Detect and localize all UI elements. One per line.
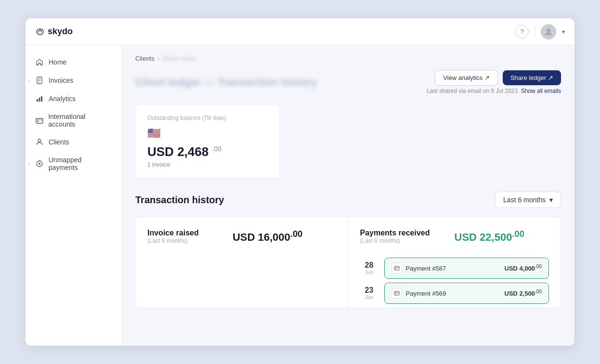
- page-title-row: Client ledger — Transaction history View…: [135, 70, 561, 94]
- section-title: Transaction history: [135, 195, 224, 206]
- filter-dropdown[interactable]: Last 6 months ▾: [495, 192, 561, 208]
- payment-day-1: 28: [360, 261, 378, 269]
- share-ledger-label: Share ledger ↗: [510, 74, 553, 81]
- payment-card-icon-2: [394, 290, 400, 296]
- view-analytics-button[interactable]: View analytics ↗: [435, 70, 498, 86]
- action-buttons: View analytics ↗ Share ledger ↗: [435, 70, 561, 86]
- svg-rect-8: [36, 118, 43, 123]
- balance-amount: USD 2,468 .00: [147, 144, 268, 159]
- svg-rect-14: [394, 266, 399, 270]
- home-icon: [35, 58, 44, 66]
- svg-rect-19: [395, 294, 396, 294]
- sidebar-item-international[interactable]: International accounts: [26, 108, 121, 133]
- payment-card-2[interactable]: Payment #569 USD 2,500.00: [384, 283, 549, 304]
- main-content: Clients › Client name Client ledger — Tr…: [122, 45, 574, 346]
- unmapped-label: Unmapped payments: [49, 156, 112, 171]
- help-button[interactable]: ?: [515, 25, 529, 39]
- sidebar-item-invoices[interactable]: › Invoices: [26, 71, 121, 90]
- logo-text: skydo: [48, 26, 73, 37]
- flag-icon: 🇺🇸: [147, 127, 268, 140]
- payment-list: 28 Jun: [360, 258, 549, 304]
- svg-rect-16: [395, 269, 396, 269]
- balance-label-suffix: (Till date): [202, 115, 226, 121]
- svg-point-10: [38, 139, 41, 142]
- balance-label: Outstanding balance (Till date): [147, 114, 268, 121]
- page-title: Client ledger — Transaction history: [135, 76, 317, 89]
- svg-rect-7: [41, 96, 42, 102]
- international-label: International accounts: [48, 113, 112, 128]
- invoice-raised-title: Invoice raised: [147, 229, 199, 237]
- breadcrumb: Clients › Client name: [135, 55, 561, 62]
- breadcrumb-separator: ›: [157, 55, 159, 62]
- payment-id-1: Payment #587: [406, 265, 446, 272]
- share-info: Last shared via email on 8 Jul 2023. Sho…: [427, 88, 561, 94]
- payment-card-1[interactable]: Payment #587 USD 4,000.00: [384, 258, 549, 279]
- analytics-icon: [35, 94, 44, 103]
- sidebar-item-home[interactable]: Home: [26, 53, 121, 71]
- payment-amount-2: USD 2,500.00: [505, 289, 542, 297]
- expand-dot: ›: [28, 78, 30, 83]
- body: Home › Invoices: [26, 45, 574, 346]
- app-frame: skydo ? ▾ Home: [26, 18, 574, 346]
- section-header: Transaction history Last 6 months ▾: [135, 192, 561, 208]
- date-badge-1: 28 Jun: [360, 261, 378, 275]
- logo: skydo: [35, 26, 73, 37]
- home-label: Home: [49, 58, 66, 66]
- clients-label: Clients: [49, 138, 69, 146]
- payment-icon-1: [391, 263, 402, 273]
- account-chevron[interactable]: ▾: [562, 28, 565, 35]
- invoices-label: Invoices: [49, 77, 73, 84]
- header-right: ? ▾: [515, 24, 565, 39]
- svg-point-0: [547, 28, 550, 32]
- sidebar-item-analytics[interactable]: Analytics: [26, 90, 121, 108]
- svg-rect-9: [37, 121, 39, 122]
- breadcrumb-parent[interactable]: Clients: [135, 55, 155, 62]
- balance-sub: 1 invoice: [147, 161, 268, 168]
- transaction-panel: Invoice raised (Last 6 months) USD 16,00…: [135, 217, 561, 308]
- payment-card-icon: [394, 265, 400, 271]
- expand-dot-2: ›: [28, 161, 30, 167]
- analytics-label: Analytics: [49, 95, 76, 103]
- invoices-icon: [35, 76, 44, 85]
- payment-id-2: Payment #569: [406, 290, 446, 297]
- breadcrumb-current: Client name: [162, 55, 196, 62]
- show-all-emails-link[interactable]: Show all emails: [521, 88, 561, 94]
- svg-rect-5: [37, 99, 38, 102]
- header-divider: [535, 26, 535, 38]
- payment-month-2: Jun: [360, 294, 378, 300]
- payment-icon-2: [391, 288, 402, 299]
- payments-received-period: (Last 6 months): [360, 237, 430, 244]
- logo-icon: [35, 27, 45, 37]
- date-badge-2: 23 Jun: [360, 286, 378, 300]
- accounts-icon: [35, 116, 43, 125]
- payment-day-2: 23: [360, 286, 378, 294]
- avatar: [541, 24, 556, 39]
- avatar-icon: [544, 27, 553, 36]
- invoice-header: Invoice raised (Last 6 months) USD 16,00…: [147, 229, 337, 252]
- invoice-raised-col: Invoice raised (Last 6 months) USD 16,00…: [136, 217, 349, 308]
- svg-rect-6: [39, 98, 40, 102]
- payment-card-left-2: Payment #569: [391, 288, 446, 299]
- payment-card-left-1: Payment #587: [391, 263, 446, 273]
- invoice-raised-period: (Last 6 months): [147, 237, 199, 244]
- svg-rect-17: [394, 291, 399, 295]
- sidebar-item-clients[interactable]: Clients: [26, 133, 121, 151]
- share-info-text: Last shared via email on 8 Jul 2023.: [427, 88, 519, 94]
- payments-header: Payments received (Last 6 months) USD 22…: [360, 229, 549, 252]
- payments-received-amount: USD 22,500.00: [455, 229, 524, 244]
- sidebar: Home › Invoices: [26, 45, 122, 346]
- payments-received-title: Payments received: [360, 229, 430, 237]
- payment-entry-1: 28 Jun: [360, 258, 549, 279]
- filter-chevron: ▾: [549, 196, 553, 204]
- unmapped-icon: [35, 159, 44, 168]
- filter-label: Last 6 months: [503, 196, 546, 204]
- payment-month-1: Jun: [360, 269, 378, 275]
- payments-received-col: Payments received (Last 6 months) USD 22…: [349, 217, 561, 308]
- invoice-raised-amount: USD 16,000.00: [233, 229, 302, 244]
- clients-icon: [35, 138, 44, 146]
- payment-amount-1: USD 4,000.00: [505, 264, 542, 272]
- sidebar-item-unmapped[interactable]: › Unmapped payments: [26, 151, 121, 176]
- view-analytics-label: View analytics ↗: [443, 74, 490, 81]
- share-ledger-button[interactable]: Share ledger ↗: [503, 70, 561, 85]
- balance-card: Outstanding balance (Till date) 🇺🇸 USD 2…: [135, 104, 280, 178]
